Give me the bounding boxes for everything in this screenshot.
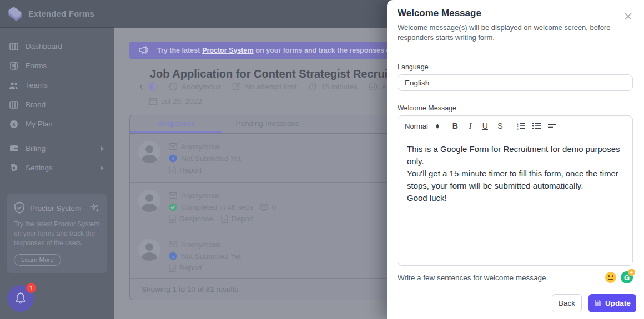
report-file-icon [221,215,228,223]
banner-text-prefix: Try the latest [157,47,200,54]
sidebar-item-dashboard[interactable]: Dashboard [0,37,114,56]
save-icon [594,300,601,307]
mail-icon [169,143,177,150]
proctor-promo-card: Proctor System Try the latest Proctor Sy… [7,194,107,273]
edit-icon [232,82,241,91]
response-status: Not Submitted Yet [181,252,241,260]
check-circle-icon [169,203,177,211]
meta-duration: 15 minutes [308,82,358,91]
welcome-message-label: Welcome Message [398,104,633,112]
report-file-icon [169,166,176,174]
respondent-name: Anonymous [181,240,220,249]
sidebar-item-label: Dashboard [26,42,62,50]
sidebar-item-label: Billing [26,144,46,153]
svg-text:?: ? [172,84,175,89]
avatar [138,190,160,212]
dollar-circle-icon: $ [9,119,18,129]
bold-button[interactable]: B [451,121,459,130]
form-meta-date: Jul 29, 2022 [149,97,202,105]
close-button[interactable] [623,11,633,21]
notification-badge: 1 [26,283,36,293]
report-link-label: Report [232,215,254,223]
sidebar-item-teams[interactable]: Teams [0,75,114,95]
teams-icon [9,80,18,90]
stopwatch-icon [308,82,317,91]
question-circle-icon: ? [169,82,178,91]
respondent-name: Anonymous [181,191,220,200]
rich-text-editor: Normal B I U S 123 This is a Google Form… [398,115,633,266]
notifications-button[interactable]: 1 [7,285,34,312]
promo-body: Try the latest Proctor System on your fo… [14,220,100,248]
banner-proctor-link[interactable]: Proctor System [202,47,253,54]
sidebar-item-label: Forms [26,62,47,70]
sidebar-item-brand[interactable]: Brand [0,95,114,114]
editor-content[interactable]: This is a Google Form for Recruitment fo… [398,136,632,265]
editor-toolbar: Normal B I U S 123 [398,116,632,136]
grammarly-icon[interactable]: G 4 [621,271,633,283]
update-button-label: Update [605,299,631,307]
modal-title: Welcome Message [398,8,633,19]
promo-title: Proctor System [30,204,90,212]
avatar [138,141,160,163]
report-link-label: Report [179,264,202,272]
modal-description: Welcome message(s) will be displayed on … [398,23,615,43]
sidebar-item-settings[interactable]: Settings [0,158,114,178]
app-logo[interactable]: Extended Forms [0,0,114,28]
brand-icon [9,100,18,109]
back-chevron[interactable]: ‹ [139,81,143,91]
helper-text: Write a few sentences for welcome messag… [398,274,605,282]
response-file-icon [169,215,176,223]
ordered-list-button[interactable]: 123 [516,122,526,130]
update-button[interactable]: Update [588,294,636,312]
svg-text:$: $ [12,121,15,127]
info-circle-icon: i [169,252,177,260]
info-circle-icon: i [169,154,177,163]
tab-pending-invitations[interactable]: Pending Invitations [222,115,313,133]
editor-paragraph: Good luck! [407,192,623,204]
language-input[interactable] [398,74,633,91]
close-icon [624,12,632,21]
billing-icon [9,144,18,153]
sidebar-item-my-plan[interactable]: $ My Plan [0,114,114,134]
meta-anonymous-label: Anonymous [182,83,221,91]
response-status: Not Submitted Yet [181,154,241,163]
italic-button[interactable]: I [466,121,474,131]
align-button[interactable] [547,122,557,130]
report-link[interactable]: Report [221,215,254,223]
sidebar-item-forms[interactable]: Forms [0,56,114,75]
gear-icon [9,163,18,173]
strikethrough-button[interactable]: S [496,121,504,130]
helper-row: Write a few sentences for welcome messag… [398,271,633,283]
chevron-right-icon [101,146,104,151]
app-name: Extended Forms [28,9,94,18]
theme-half-circle-icon[interactable] [149,82,158,91]
modal-footer: Back Update [387,287,644,319]
emoji-picker-icon[interactable] [605,272,616,283]
screen-activity-icon [260,204,268,211]
language-label: Language [398,63,633,71]
mail-icon [169,192,177,199]
report-link[interactable]: Report [169,166,202,174]
calendar-icon [149,97,157,105]
chevron-right-icon [101,166,104,170]
select-arrows-icon [436,124,439,129]
meta-anonymous: ? Anonymous [169,82,221,91]
underline-button[interactable]: U [481,121,489,130]
response-link[interactable]: Response [169,215,213,223]
editor-paragraph: You'll get a 15-minute timer to fill thi… [407,168,623,192]
banner-text-suffix: on your forms and track the responses of… [256,47,405,54]
respondent-name: Anonymous [181,143,220,151]
report-link[interactable]: Report [169,264,202,272]
report-link-label: Report [179,166,202,174]
bullet-list-button[interactable] [532,122,541,130]
sidebar-item-label: My Plan [26,120,53,128]
grammarly-badge: 4 [628,269,635,276]
shield-check-icon [14,202,25,214]
tab-responses[interactable]: Responses [130,115,222,133]
back-button[interactable]: Back [552,294,582,312]
paragraph-style-value: Normal [405,122,428,130]
paragraph-style-select[interactable]: Normal [405,122,439,130]
response-link-label: Response [179,215,213,223]
learn-more-button[interactable]: Learn More [14,254,61,266]
sidebar-item-billing[interactable]: Billing [0,139,114,158]
